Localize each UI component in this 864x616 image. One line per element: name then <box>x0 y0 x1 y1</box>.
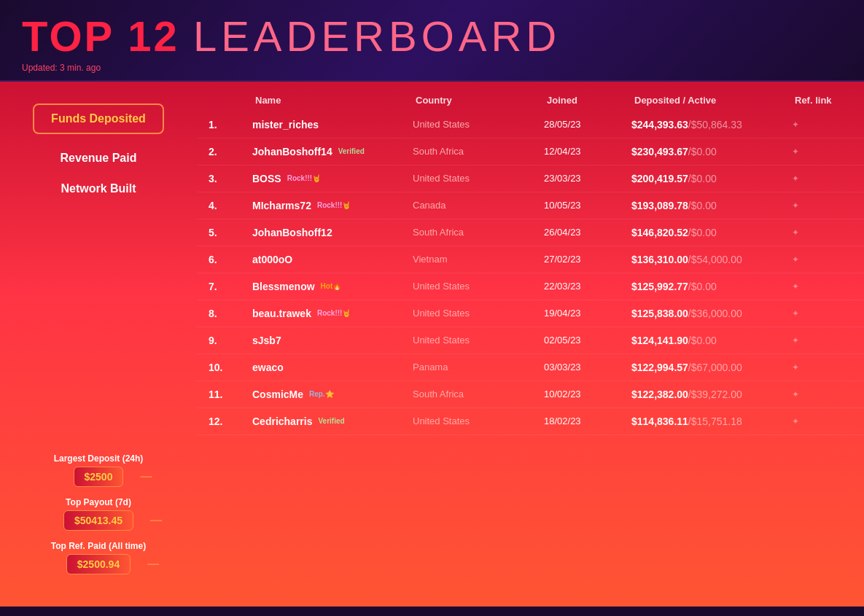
col-rank <box>209 95 252 106</box>
table-row: 12.CedricharrisVerifiedUnited States18/0… <box>197 408 864 435</box>
joined-cell: 22/03/23 <box>544 281 631 292</box>
revenue-paid-link[interactable]: Revenue Paid <box>61 152 137 165</box>
country-cell: South Africa <box>413 389 544 399</box>
rank-cell: 2. <box>209 146 252 157</box>
table-header: Name Country Joined Deposited / Active R… <box>197 89 864 112</box>
top-ref-label: Top Ref. Paid (All time) <box>51 541 146 551</box>
leaderboard-table: Name Country Joined Deposited / Active R… <box>197 82 864 607</box>
col-reflink: Ref. link <box>792 95 864 106</box>
rank-cell: 8. <box>209 308 252 319</box>
network-built-link[interactable]: Network Built <box>61 182 136 195</box>
largest-deposit-stat: Largest Deposit (24h) $2500 <box>54 453 144 487</box>
country-cell: United States <box>413 173 544 184</box>
table-row: 2.JohanBoshoff14VerifiedSouth Africa12/0… <box>197 139 864 165</box>
country-cell: United States <box>413 416 544 426</box>
col-deposited: Deposited / Active <box>631 95 792 106</box>
country-cell: South Africa <box>413 227 544 238</box>
joined-cell: 28/05/23 <box>544 119 631 130</box>
country-cell: United States <box>413 281 544 292</box>
rank-cell: 12. <box>209 416 252 427</box>
main-content: Funds Deposited Revenue Paid Network Bui… <box>0 82 864 607</box>
country-cell: South Africa <box>413 146 544 157</box>
name-cell: at000oO <box>252 254 413 265</box>
top-payout-stat: Top Payout (7d) $50413.45 <box>63 497 133 531</box>
deposited-cell: $122,382.00/$39,272.00 <box>631 389 792 400</box>
rank-cell: 7. <box>209 281 252 292</box>
last-updated: Updated: 3 min. ago <box>22 63 842 73</box>
joined-cell: 10/02/23 <box>544 389 631 399</box>
ref-link-cell[interactable]: ✦ <box>792 120 864 130</box>
joined-cell: 03/03/23 <box>544 362 631 373</box>
rank-cell: 6. <box>209 254 252 265</box>
largest-deposit-label: Largest Deposit (24h) <box>54 453 144 464</box>
rank-cell: 11. <box>209 389 252 400</box>
ref-link-cell[interactable]: ✦ <box>792 174 864 184</box>
joined-cell: 10/05/23 <box>544 200 631 211</box>
header: TOP 12 LEADERBOARD Updated: 3 min. ago <box>0 0 864 82</box>
ref-link-cell[interactable]: ✦ <box>792 308 864 319</box>
top-payout-label: Top Payout (7d) <box>63 497 133 507</box>
deposited-cell: $146,820.52/$0.00 <box>631 227 792 238</box>
name-cell: JohanBoshoff14Verified <box>252 146 413 157</box>
name-cell: BlessmenowHot🔥 <box>252 281 413 292</box>
joined-cell: 18/02/23 <box>544 416 631 426</box>
rank-cell: 3. <box>209 173 252 184</box>
deposited-cell: $125,838.00/$36,000.00 <box>631 308 792 319</box>
joined-cell: 26/04/23 <box>544 227 631 238</box>
table-row: 4.MIcharms72Rock!!!🤘Canada10/05/23$193,0… <box>197 192 864 219</box>
table-row: 9.sJsb7United States02/05/23$124,141.90/… <box>197 327 864 354</box>
name-cell: sJsb7 <box>252 335 413 346</box>
rank-cell: 4. <box>209 200 252 211</box>
country-cell: Vietnam <box>413 254 544 265</box>
table-row: 5.JohanBoshoff12South Africa26/04/23$146… <box>197 219 864 246</box>
name-cell: BOSSRock!!!🤘 <box>252 173 413 184</box>
joined-cell: 23/03/23 <box>544 173 631 184</box>
name-cell: beau.trawekRock!!!🤘 <box>252 308 413 319</box>
ref-link-cell[interactable]: ✦ <box>792 281 864 292</box>
col-country: Country <box>413 95 544 106</box>
deposited-cell: $124,141.90/$0.00 <box>631 335 792 346</box>
rank-cell: 9. <box>209 335 252 346</box>
ref-link-cell[interactable]: ✦ <box>792 389 864 399</box>
ref-link-cell[interactable]: ✦ <box>792 147 864 157</box>
ref-link-cell[interactable]: ✦ <box>792 200 864 211</box>
name-cell: JohanBoshoff12 <box>252 227 413 238</box>
country-cell: United States <box>413 335 544 346</box>
name-cell: CedricharrisVerified <box>252 416 413 427</box>
deposited-cell: $125,992.77/$0.00 <box>631 281 792 292</box>
table-row: 7.BlessmenowHot🔥United States22/03/23$12… <box>197 273 864 300</box>
sidebar: Funds Deposited Revenue Paid Network Bui… <box>0 82 197 607</box>
deposited-cell: $122,994.57/$67,000.00 <box>631 362 792 373</box>
name-cell: ewaco <box>252 362 413 373</box>
deposited-cell: $230,493.67/$0.00 <box>631 146 792 157</box>
col-joined: Joined <box>544 95 631 106</box>
deposited-cell: $114,836.11/$15,751.18 <box>631 416 792 427</box>
table-row: 8.beau.trawekRock!!!🤘United States19/04/… <box>197 300 864 327</box>
ref-link-cell[interactable]: ✦ <box>792 254 864 265</box>
ref-link-cell[interactable]: ✦ <box>792 227 864 238</box>
joined-cell: 27/02/23 <box>544 254 631 265</box>
country-cell: Canada <box>413 200 544 211</box>
joined-cell: 02/05/23 <box>544 335 631 346</box>
name-cell: CosmicMeRep.⭐ <box>252 389 413 400</box>
ref-link-cell[interactable]: ✦ <box>792 362 864 373</box>
table-row: 1.mister_richesUnited States28/05/23$244… <box>197 112 864 139</box>
ref-link-cell[interactable]: ✦ <box>792 416 864 426</box>
page-title: TOP 12 LEADERBOARD <box>22 13 842 60</box>
funds-deposited-button[interactable]: Funds Deposited <box>33 104 164 134</box>
table-row: 11.CosmicMeRep.⭐South Africa10/02/23$122… <box>197 381 864 408</box>
table-row: 6.at000oOVietnam27/02/23$136,310.00/$54,… <box>197 246 864 273</box>
country-cell: Panama <box>413 362 544 373</box>
largest-deposit-value: $2500 <box>74 467 124 487</box>
name-cell: MIcharms72Rock!!!🤘 <box>252 200 413 211</box>
top-ref-value: $2500.94 <box>66 554 131 574</box>
joined-cell: 19/04/23 <box>544 308 631 319</box>
title-top: TOP 12 <box>22 12 179 60</box>
deposited-cell: $136,310.00/$54,000.00 <box>631 254 792 265</box>
deposited-cell: $193,089.78/$0.00 <box>631 200 792 211</box>
top-payout-value: $50413.45 <box>63 510 133 531</box>
ref-link-cell[interactable]: ✦ <box>792 335 864 346</box>
deposited-cell: $200,419.57/$0.00 <box>631 173 792 184</box>
top-ref-stat: Top Ref. Paid (All time) $2500.94 <box>51 541 146 574</box>
joined-cell: 12/04/23 <box>544 146 631 157</box>
